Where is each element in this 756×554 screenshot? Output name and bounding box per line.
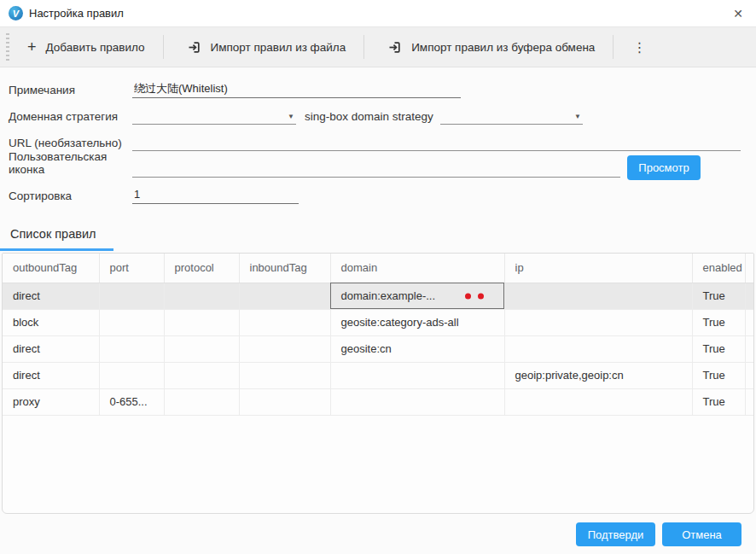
rules-table-header-row: outboundTagportprotocolinboundTagdomaini… [3, 254, 754, 283]
cell-protocol[interactable] [164, 309, 239, 335]
cell-port[interactable] [99, 362, 164, 388]
add-rule-label: Добавить правило [46, 41, 145, 54]
add-rule-button[interactable]: + Добавить правило [15, 33, 158, 61]
cell-port[interactable] [99, 283, 164, 309]
singbox-strategy-label: sing-box domain strategy [296, 110, 440, 128]
custom-icon-input[interactable] [132, 160, 620, 178]
cell-domain[interactable]: domain:example-... [330, 283, 504, 309]
chevron-down-icon: ▼ [574, 113, 581, 120]
notes-label: Примечания [9, 84, 132, 102]
table-row[interactable]: directgeosite:cnTrue [3, 335, 754, 362]
confirm-button[interactable]: Подтверди [576, 522, 655, 546]
cell-ip[interactable] [504, 335, 692, 362]
cell-inboundTag[interactable] [239, 362, 330, 388]
url-input[interactable] [132, 133, 741, 151]
cell-spacer[interactable] [745, 388, 754, 415]
cell-ip[interactable]: geoip:private,geoip:cn [504, 362, 692, 388]
toolbar-separator [163, 35, 164, 59]
table-row[interactable]: proxy0-655...True [3, 388, 754, 415]
cell-ip[interactable] [504, 309, 692, 335]
toolbar: + Добавить правило Импорт правил из файл… [0, 26, 756, 67]
cell-enabled[interactable]: True [692, 309, 745, 335]
plus-icon: + [27, 41, 37, 53]
cell-domain[interactable] [330, 362, 504, 388]
cell-enabled[interactable]: True [692, 283, 745, 309]
preview-button[interactable]: Просмотр [627, 155, 701, 180]
custom-icon-label: Пользовательская иконка [9, 150, 132, 181]
cell-spacer[interactable] [745, 309, 754, 335]
cell-protocol[interactable] [164, 335, 239, 362]
cell-enabled[interactable]: True [692, 335, 745, 362]
toolbar-separator [363, 35, 364, 59]
cell-port[interactable] [99, 309, 164, 335]
close-icon[interactable]: ✕ [730, 6, 746, 21]
rules-table: outboundTagportprotocolinboundTagdomaini… [3, 254, 754, 416]
title-bar: V Настройка правил ✕ [0, 0, 756, 26]
toolbar-drag-handle[interactable] [6, 33, 9, 61]
cell-enabled[interactable]: True [692, 388, 745, 415]
cell-port[interactable] [99, 335, 164, 362]
cancel-button[interactable]: Отмена [662, 522, 741, 546]
rules-table-container: outboundTagportprotocolinboundTagdomaini… [2, 253, 754, 514]
notes-input[interactable] [132, 80, 461, 98]
cell-domain[interactable]: geosite:cn [330, 335, 504, 362]
cell-domain[interactable]: geosite:category-ads-all [330, 309, 504, 335]
cell-ip[interactable] [504, 283, 692, 309]
app-logo-icon: V [9, 6, 23, 20]
table-row[interactable]: directdomain:example-...True [3, 283, 754, 309]
cell-ip[interactable] [504, 388, 692, 415]
sort-input[interactable] [132, 186, 299, 204]
cell-inboundTag[interactable] [239, 309, 330, 335]
window-title: Настройка правил [29, 7, 124, 20]
cell-spacer[interactable] [745, 335, 754, 362]
chevron-down-icon: ▼ [288, 113, 294, 120]
cell-outboundTag[interactable]: direct [3, 283, 99, 309]
cell-inboundTag[interactable] [239, 388, 330, 415]
cell-protocol[interactable] [164, 388, 239, 415]
cell-outboundTag[interactable]: direct [3, 335, 99, 362]
rule-form: Примечания Доменная стратегия ▼ sing-box… [9, 75, 756, 207]
domain-strategy-select[interactable]: ▼ [132, 108, 296, 125]
singbox-strategy-select[interactable]: ▼ [440, 108, 583, 125]
cell-inboundTag[interactable] [239, 335, 330, 362]
cell-outboundTag[interactable]: block [3, 309, 99, 335]
cell-domain[interactable] [330, 388, 504, 415]
cell-outboundTag[interactable]: direct [3, 362, 99, 388]
column-header-spacer [745, 254, 754, 283]
sort-label: Сортировка [9, 190, 132, 207]
column-header-ip[interactable]: ip [504, 254, 692, 283]
cell-protocol[interactable] [164, 362, 239, 388]
domain-strategy-label: Доменная стратегия [9, 110, 132, 128]
import-icon [187, 40, 201, 55]
dialog-footer: Подтверди Отмена [576, 522, 741, 546]
cell-enabled[interactable]: True [692, 362, 745, 388]
import-from-clipboard-label: Импорт правил из буфера обмена [411, 41, 595, 54]
cell-port[interactable]: 0-655... [99, 388, 164, 415]
column-header-domain[interactable]: domain [330, 254, 504, 283]
cell-spacer[interactable] [745, 283, 754, 309]
import-from-file-label: Импорт правил из файла [211, 41, 346, 54]
cell-inboundTag[interactable] [239, 283, 330, 309]
import-icon [387, 40, 402, 55]
cell-spacer[interactable] [745, 362, 754, 388]
rules-table-body: directdomain:example-...Trueblockgeosite… [3, 283, 754, 415]
cell-outboundTag[interactable]: proxy [3, 388, 99, 415]
toolbar-separator [613, 35, 614, 59]
column-header-inboundTag[interactable]: inboundTag [239, 254, 330, 283]
tab-rules-list[interactable]: Список правил [0, 222, 113, 251]
import-from-file-button[interactable]: Импорт правил из файла [174, 32, 359, 62]
column-header-enabled[interactable]: enabled [692, 254, 745, 283]
column-header-protocol[interactable]: protocol [164, 254, 239, 283]
column-header-port[interactable]: port [99, 254, 164, 283]
red-dots-indicator [465, 293, 484, 299]
column-header-outboundTag[interactable]: outboundTag [3, 254, 99, 283]
overflow-menu-icon[interactable]: ⋮ [619, 34, 660, 61]
import-from-clipboard-button[interactable]: Импорт правил из буфера обмена [375, 32, 608, 62]
cell-protocol[interactable] [164, 283, 239, 309]
table-row[interactable]: directgeoip:private,geoip:cnTrue [3, 362, 754, 388]
table-row[interactable]: blockgeosite:category-ads-allTrue [3, 309, 754, 335]
tab-bar: Список правил [0, 222, 113, 251]
